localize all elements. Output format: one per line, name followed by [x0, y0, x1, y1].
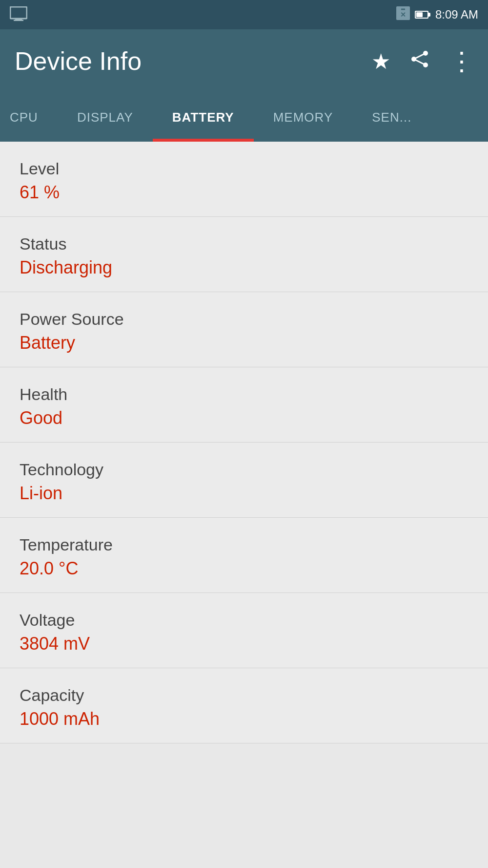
svg-rect-0	[10, 7, 27, 19]
status-bar: ✕ 8:09 AM	[0, 0, 488, 29]
tab-cpu[interactable]: CPU	[0, 93, 58, 142]
app-bar-actions: ★ ⋮	[371, 46, 473, 76]
info-label-4: Technology	[20, 460, 468, 479]
info-item: Status Discharging	[0, 217, 488, 292]
status-bar-right: ✕ 8:09 AM	[396, 6, 478, 23]
info-label-3: Health	[20, 385, 468, 404]
battery-content: Level 61 % Status Discharging Power Sour…	[0, 142, 488, 743]
app-title: Device Info	[15, 46, 142, 76]
info-item: Capacity 1000 mAh	[0, 668, 488, 743]
battery-icon	[415, 11, 430, 19]
info-item: Health Good	[0, 367, 488, 443]
tab-display[interactable]: DISPLAY	[58, 93, 153, 142]
svg-line-9	[414, 53, 426, 59]
tab-bar: CPU DISPLAY BATTERY MEMORY SEN...	[0, 93, 488, 142]
svg-line-10	[414, 59, 426, 65]
info-value-7: 1000 mAh	[20, 709, 468, 729]
info-label-7: Capacity	[20, 686, 468, 705]
info-value-6: 3804 mV	[20, 634, 468, 654]
info-value-2: Battery	[20, 333, 468, 353]
tab-sensors[interactable]: SEN...	[352, 93, 431, 142]
info-label-5: Temperature	[20, 535, 468, 554]
tab-memory[interactable]: MEMORY	[254, 93, 353, 142]
info-label-1: Status	[20, 234, 468, 254]
info-value-5: 20.0 °C	[20, 558, 468, 579]
star-button[interactable]: ★	[371, 49, 390, 74]
tab-battery[interactable]: BATTERY	[153, 93, 254, 142]
screen-thumbnail-icon	[10, 6, 27, 23]
info-item: Temperature 20.0 °C	[0, 518, 488, 593]
status-time: 8:09 AM	[435, 8, 478, 21]
info-label-6: Voltage	[20, 611, 468, 630]
more-options-button[interactable]: ⋮	[449, 46, 473, 76]
signal-icon: ✕	[396, 6, 410, 23]
info-label-0: Level	[20, 159, 468, 178]
info-value-3: Good	[20, 408, 468, 428]
app-bar: Device Info ★ ⋮	[0, 29, 488, 93]
info-value-1: Discharging	[20, 257, 468, 278]
svg-text:✕: ✕	[400, 11, 406, 19]
info-value-0: 61 %	[20, 182, 468, 203]
info-value-4: Li-ion	[20, 483, 468, 504]
status-bar-left	[10, 6, 27, 23]
share-button[interactable]	[410, 49, 429, 73]
info-item: Level 61 %	[0, 142, 488, 217]
info-item: Power Source Battery	[0, 292, 488, 367]
battery-info-list: Level 61 % Status Discharging Power Sour…	[0, 142, 488, 743]
info-label-2: Power Source	[20, 310, 468, 329]
info-item: Technology Li-ion	[0, 443, 488, 518]
info-item: Voltage 3804 mV	[0, 593, 488, 668]
